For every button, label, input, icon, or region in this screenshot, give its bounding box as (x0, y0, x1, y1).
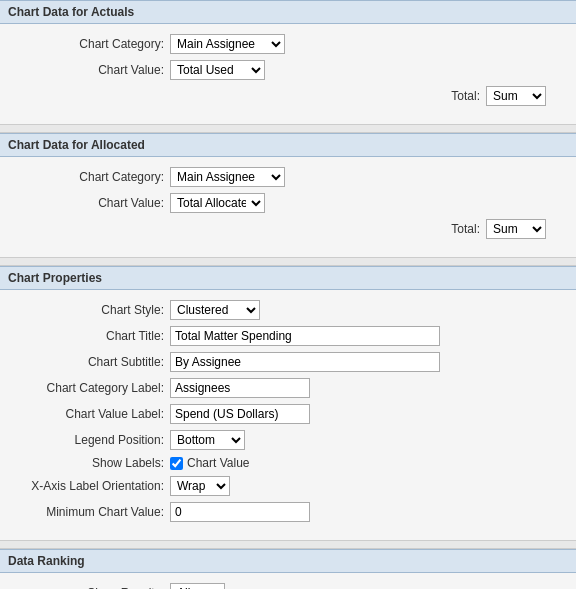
value-label-label: Chart Value Label: (10, 407, 170, 421)
show-labels-text: Chart Value (187, 456, 249, 470)
value-label-row: Chart Value Label: (0, 404, 576, 424)
allocated-category-row: Chart Category: Main Assignee (0, 167, 576, 187)
style-label: Chart Style: (10, 303, 170, 317)
legend-select[interactable]: Bottom Top Left Right None (170, 430, 245, 450)
show-labels-checkbox[interactable] (170, 457, 183, 470)
min-label: Minimum Chart Value: (10, 505, 170, 519)
properties-section: Chart Properties Chart Style: Clustered … (0, 266, 576, 541)
title-label: Chart Title: (10, 329, 170, 343)
category-label-input[interactable] (170, 378, 310, 398)
allocated-value-row: Chart Value: Total Allocated (0, 193, 576, 213)
min-input[interactable] (170, 502, 310, 522)
actuals-value-select[interactable]: Total Used (170, 60, 265, 80)
actuals-body: Chart Category: Main Assignee Chart Valu… (0, 24, 576, 125)
actuals-header: Chart Data for Actuals (0, 0, 576, 24)
allocated-header: Chart Data for Allocated (0, 133, 576, 157)
allocated-total-row: Total: Sum (0, 219, 576, 239)
show-results-select[interactable]: All Top 5 Top 10 (170, 583, 225, 589)
show-labels-control: Chart Value (170, 456, 249, 470)
actuals-value-label: Chart Value: (10, 63, 170, 77)
ranking-body: Show Results: All Top 5 Top 10 (0, 573, 576, 589)
allocated-section: Chart Data for Allocated Chart Category:… (0, 133, 576, 258)
min-row: Minimum Chart Value: (0, 502, 576, 522)
title-row: Chart Title: (0, 326, 576, 346)
ranking-section: Data Ranking Show Results: All Top 5 Top… (0, 549, 576, 589)
actuals-category-row: Chart Category: Main Assignee (0, 34, 576, 54)
allocated-category-select[interactable]: Main Assignee (170, 167, 285, 187)
category-label-label: Chart Category Label: (10, 381, 170, 395)
xaxis-label: X-Axis Label Orientation: (10, 479, 170, 493)
allocated-total-label: Total: (451, 222, 486, 236)
actuals-value-row: Chart Value: Total Used (0, 60, 576, 80)
value-label-input[interactable] (170, 404, 310, 424)
spacer-2 (0, 258, 576, 266)
legend-row: Legend Position: Bottom Top Left Right N… (0, 430, 576, 450)
ranking-header: Data Ranking (0, 549, 576, 573)
category-label-row: Chart Category Label: (0, 378, 576, 398)
subtitle-label: Chart Subtitle: (10, 355, 170, 369)
properties-body: Chart Style: Clustered Chart Title: Char… (0, 290, 576, 541)
spacer-1 (0, 125, 576, 133)
style-select[interactable]: Clustered (170, 300, 260, 320)
allocated-value-select[interactable]: Total Allocated (170, 193, 265, 213)
actuals-category-select[interactable]: Main Assignee (170, 34, 285, 54)
actuals-total-label: Total: (451, 89, 486, 103)
allocated-value-label: Chart Value: (10, 196, 170, 210)
show-labels-row: Show Labels: Chart Value (0, 456, 576, 470)
subtitle-row: Chart Subtitle: (0, 352, 576, 372)
style-row: Chart Style: Clustered (0, 300, 576, 320)
show-labels-label: Show Labels: (10, 456, 170, 470)
allocated-category-label: Chart Category: (10, 170, 170, 184)
actuals-total-select[interactable]: Sum (486, 86, 546, 106)
legend-label: Legend Position: (10, 433, 170, 447)
actuals-section: Chart Data for Actuals Chart Category: M… (0, 0, 576, 125)
show-results-row: Show Results: All Top 5 Top 10 (0, 583, 576, 589)
spacer-3 (0, 541, 576, 549)
properties-header: Chart Properties (0, 266, 576, 290)
allocated-total-select[interactable]: Sum (486, 219, 546, 239)
title-input[interactable] (170, 326, 440, 346)
actuals-category-label: Chart Category: (10, 37, 170, 51)
actuals-total-row: Total: Sum (0, 86, 576, 106)
xaxis-row: X-Axis Label Orientation: Wrap Diagonal … (0, 476, 576, 496)
subtitle-input[interactable] (170, 352, 440, 372)
xaxis-select[interactable]: Wrap Diagonal Horizontal Vertical (170, 476, 230, 496)
allocated-body: Chart Category: Main Assignee Chart Valu… (0, 157, 576, 258)
